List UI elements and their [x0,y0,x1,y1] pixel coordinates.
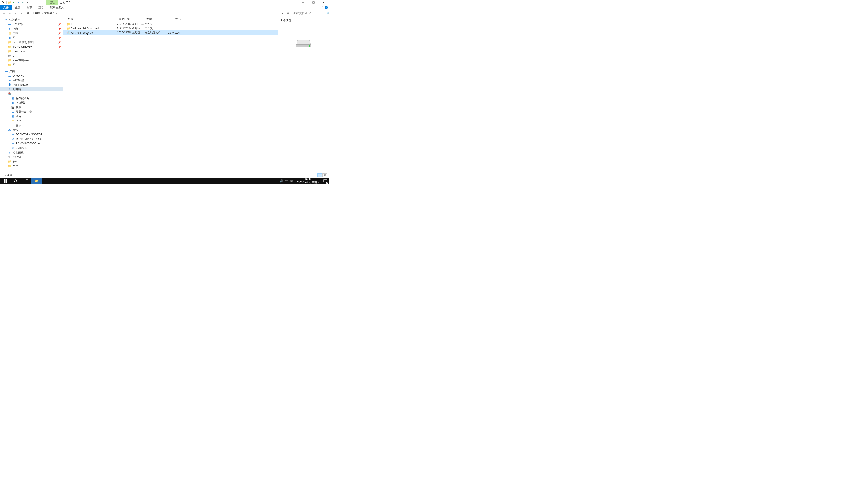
tree-libraries[interactable]: 📚库 [0,92,63,96]
tree-item[interactable]: 🖳ZMT2019 [0,146,63,150]
tree-item[interactable]: 🖳DESKTOP-NJEU3CG [0,137,63,141]
file-rows: 📁 1 2020/12/15, 星期二 1... 文件夹 📁 BaiduNetd… [63,22,278,35]
tree-item[interactable]: ▤文档📌 [0,31,63,35]
column-date[interactable]: 修改日期 [117,17,145,21]
tree-item[interactable]: ☁OneDrive [0,73,63,78]
computer-icon: 🖳 [11,142,14,145]
nav-forward-button[interactable]: → [7,11,12,16]
column-size[interactable]: 大小 [168,17,182,21]
breadcrumb-segment[interactable]: 此电脑 [32,11,41,15]
tree-item[interactable]: ☁WPS网盘 [0,78,63,83]
back-history-icon[interactable]: 🖰 [1,0,5,4]
tree-item[interactable]: ▣图片 [0,114,63,119]
minimize-button[interactable] [298,0,308,5]
start-button[interactable] [0,177,10,184]
svg-rect-10 [24,180,26,182]
chevron-right-icon[interactable]: › [30,12,32,14]
tree-item[interactable]: 🖴G:\ [0,54,63,58]
tree-item[interactable]: 📁软件 [0,159,63,164]
drive-icon [296,38,311,47]
status-text: 3 个项目 [2,173,12,177]
address-dropdown-icon[interactable]: ▾ [281,12,284,14]
tree-item[interactable]: 📁图片 [0,63,63,67]
tree-item[interactable]: ⬇下载📌 [0,26,63,31]
address-bar[interactable]: 🖥 › 此电脑 › 文档 (E:) › ▾ [25,11,285,16]
taskbar-search-button[interactable] [10,177,21,184]
tree-item[interactable]: 🖳PC-20190530OBLA [0,141,63,146]
ribbon-tab-view[interactable]: 查看 [35,5,47,10]
file-row[interactable]: 💿 Win7x64_2020.iso 2020/12/25, 星期五 1... … [63,31,278,35]
ribbon-tab-home[interactable]: 主页 [12,5,24,10]
taskbar-clock[interactable]: 16:32 2020/12/25, 星期五 [294,178,321,184]
file-row[interactable]: 📁 BaiduNetdiskDownload 2020/12/25, 星期五 1… [63,26,278,31]
navigation-pane[interactable]: ★快速访问 ▬Desktop📌 ⬇下载📌 ▤文档📌 ▣图片📌 📁excel表格制… [0,17,63,173]
tree-item[interactable]: ▣保存的图片 [0,96,63,101]
check-icon[interactable]: ✔ [12,0,16,4]
tree-item[interactable]: ▤文档 [0,119,63,123]
close-x-icon[interactable]: ✖ [17,0,21,4]
notification-badge: 3 [327,182,328,184]
svg-rect-5 [5,180,7,181]
tree-quick-access[interactable]: ★快速访问 [0,18,63,22]
column-type[interactable]: 类型 [145,17,168,21]
ribbon-tab-share[interactable]: 共享 [24,5,35,10]
tree-item[interactable]: ▣图片📌 [0,35,63,40]
maximize-button[interactable] [308,0,318,5]
open-folder-icon[interactable]: 📁 [7,0,11,4]
mail-icon[interactable]: ✉ [290,180,293,183]
system-tray[interactable]: ˄ 🔊 中 ✉ [274,179,294,183]
ribbon-tab-drive-tools[interactable]: 驱动器工具 [47,5,67,10]
tree-item[interactable]: 🖳DESKTOP-LSSOEDP [0,132,63,137]
close-button[interactable] [318,0,329,5]
tree-item[interactable]: 📁Bandicam [0,49,63,54]
preview-pane: 3 个项目 [278,17,329,173]
tree-item[interactable]: ▣本机照片 [0,101,63,105]
nav-back-button[interactable]: ← [1,11,6,16]
video-icon: 🎬 [11,105,14,109]
view-details-button[interactable]: ≡ [317,173,322,177]
pc-icon[interactable]: 🖥 [26,12,30,15]
tree-recycle-bin[interactable]: 🗑回收站 [0,155,63,159]
breadcrumb-segment[interactable]: 文档 (E:) [43,11,56,15]
folder-icon: 📁 [8,50,11,53]
tree-item[interactable]: 👤Administrator [0,83,63,87]
volume-icon[interactable]: 🔊 [280,180,283,183]
ribbon-context-tab[interactable]: 管理 [46,0,58,5]
tree-item[interactable]: 🎬视频 [0,105,63,109]
nav-up-button[interactable]: ↑ [19,11,24,16]
search-input[interactable] [293,12,327,15]
tree-desktop[interactable]: ▬桌面 [0,69,63,73]
tray-chevron-up-icon[interactable]: ˄ [276,180,278,183]
tree-control-panel[interactable]: ⊞控制面板 [0,150,63,155]
tree-network[interactable]: 🖧网络 [0,128,63,132]
status-bar: 3 个项目 ≡ ▦ [0,173,329,177]
tree-item[interactable]: ♪音乐 [0,123,63,128]
nav-recent-dropdown[interactable]: ▾ [13,11,18,16]
chevron-right-icon[interactable]: › [41,12,43,14]
tree-item[interactable]: 📁excel表格制作求和📌 [0,40,63,44]
action-center-button[interactable]: 3 [321,177,329,184]
qat-dropdown-icon[interactable]: ▾ [26,0,30,4]
ime-indicator[interactable]: 中 [285,179,288,183]
file-row[interactable]: 📁 1 2020/12/15, 星期二 1... 文件夹 [63,22,278,26]
tree-item[interactable]: ☁天翼云盘下载 [0,109,63,114]
task-view-button[interactable] [21,177,31,184]
desktop-icon: ▬ [4,69,8,73]
search-box[interactable]: 🔍 [291,11,328,16]
column-name[interactable]: 名称˄ [66,17,117,21]
settings-gear-icon[interactable]: ⚙ [21,0,25,4]
chevron-right-icon[interactable]: › [56,12,57,14]
ribbon-collapse-icon[interactable]: ˄ [321,6,323,9]
tree-item[interactable]: 📁文件 [0,164,63,168]
ribbon-tab-file[interactable]: 文件 [0,5,12,10]
help-icon[interactable]: ? [324,6,328,9]
cloud-icon: ☁ [11,110,14,113]
taskbar-file-explorer[interactable]: 📁 [31,177,41,184]
tree-item[interactable]: 📁YUNQISHI2019📌 [0,44,63,49]
refresh-button[interactable]: ⟳ [286,12,291,15]
search-icon[interactable]: 🔍 [327,12,329,15]
tree-item[interactable]: ▬Desktop📌 [0,22,63,26]
view-large-icons-button[interactable]: ▦ [322,173,327,177]
tree-this-pc[interactable]: 🖥此电脑 [0,87,63,92]
tree-item[interactable]: 📁win7重装win7 [0,58,63,63]
